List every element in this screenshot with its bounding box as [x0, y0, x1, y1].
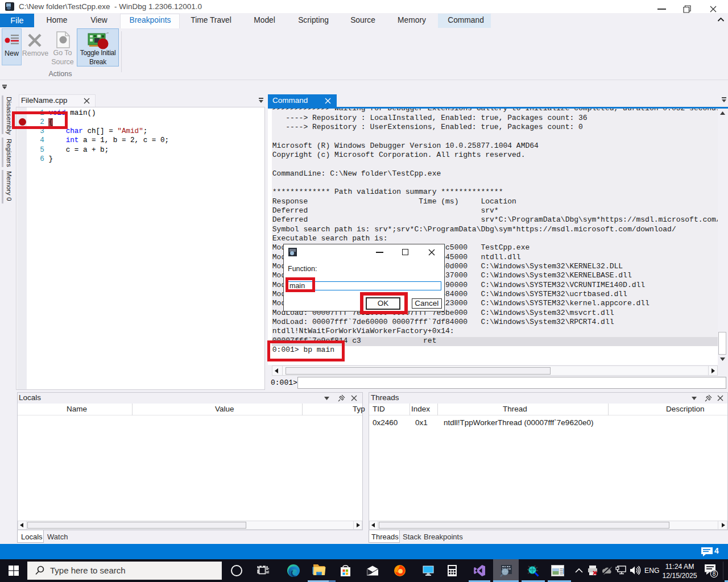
svg-text:8: 8	[713, 571, 716, 577]
